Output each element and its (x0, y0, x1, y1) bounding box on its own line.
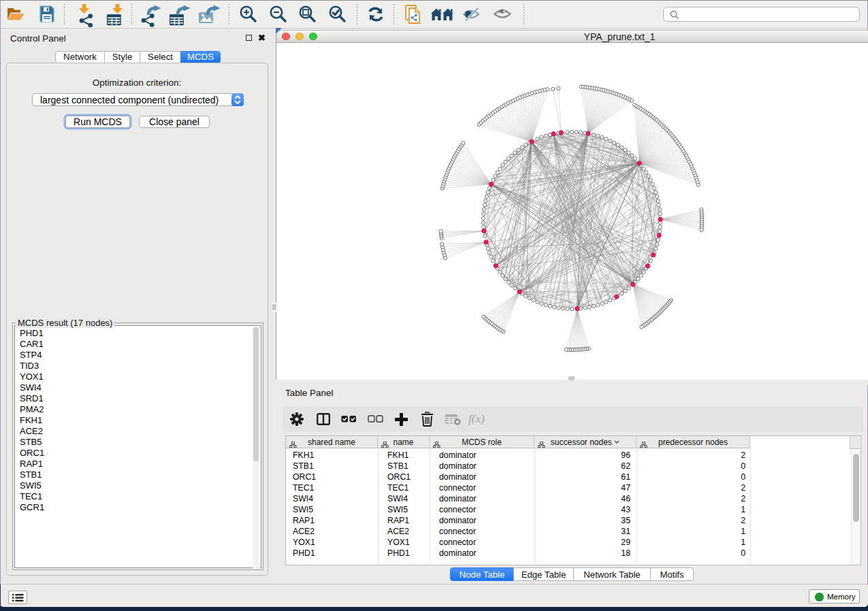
svg-text:f(x): f(x) (468, 412, 485, 425)
